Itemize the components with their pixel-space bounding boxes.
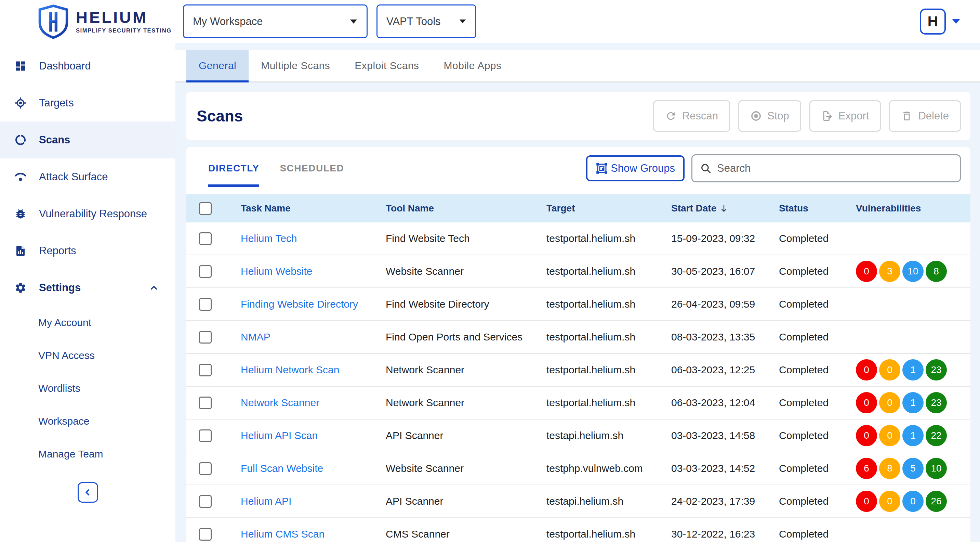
col-header-tool-name[interactable]: Tool Name — [386, 203, 546, 214]
vulnerability-badges: 03108 — [856, 261, 970, 282]
scan-icon — [14, 134, 27, 146]
sidebar-item-my-account[interactable]: My Account — [0, 306, 175, 339]
sidebar-item-attack-surface[interactable]: Attack Surface — [0, 158, 175, 195]
avatar[interactable]: H — [920, 8, 946, 35]
task-name-link[interactable]: Helium API Scan — [241, 430, 386, 442]
tool-name: Network Scanner — [386, 364, 546, 376]
row-checkbox[interactable] — [199, 331, 212, 344]
sidebar-item-workspace[interactable]: Workspace — [0, 405, 175, 438]
table-row[interactable]: Network Scanner Network Scanner testport… — [186, 387, 970, 419]
sidebar-item-reports[interactable]: Reports — [0, 232, 175, 269]
col-header-vulnerabilities[interactable]: Vulnerabilities — [856, 203, 970, 214]
tab-scheduled[interactable]: SCHEDULED — [280, 155, 344, 182]
workspace-select[interactable]: My Workspace — [183, 5, 368, 38]
vapt-tools-dropdown[interactable]: VAPT Tools — [377, 5, 476, 38]
task-name-link[interactable]: NMAP — [241, 331, 386, 343]
table-row[interactable]: Helium Website Website Scanner testporta… — [186, 255, 970, 288]
sidebar-item-vpn-access[interactable]: VPN Access — [0, 339, 175, 372]
vuln-badge-critical: 0 — [856, 425, 877, 446]
target-icon — [14, 97, 27, 109]
task-name-link[interactable]: Helium Tech — [241, 233, 386, 244]
avatar-caret-down-icon[interactable] — [951, 18, 961, 25]
sidebar-item-settings[interactable]: Settings — [0, 269, 175, 306]
row-checkbox[interactable] — [199, 462, 212, 475]
show-groups-button[interactable]: Show Groups — [586, 155, 684, 181]
table-row[interactable]: Helium API API Scanner testapi.helium.sh… — [186, 485, 970, 518]
top-tabs: General Multiple Scans Exploit Scans Mob… — [175, 50, 980, 83]
tab-mobile-apps[interactable]: Mobile Apps — [431, 50, 514, 81]
sidebar-item-manage-team[interactable]: Manage Team — [0, 438, 175, 470]
select-all-checkbox[interactable] — [199, 202, 212, 215]
vuln-badge-high: 0 — [879, 491, 900, 512]
row-checkbox[interactable] — [199, 232, 212, 245]
col-header-status[interactable]: Status — [779, 203, 856, 214]
row-checkbox[interactable] — [199, 364, 212, 376]
tab-multiple-scans[interactable]: Multiple Scans — [248, 50, 342, 81]
table-row[interactable]: Helium Network Scan Network Scanner test… — [186, 354, 970, 387]
status: Completed — [779, 331, 856, 343]
export-icon — [821, 110, 833, 122]
task-name-link[interactable]: Helium Network Scan — [241, 364, 386, 376]
sidebar-item-dashboard[interactable]: Dashboard — [0, 48, 175, 84]
vuln-badge-high: 0 — [879, 392, 900, 413]
gear-icon — [14, 282, 27, 294]
rescan-button[interactable]: Rescan — [653, 100, 730, 132]
sidebar-item-targets[interactable]: Targets — [0, 84, 175, 121]
tab-directly[interactable]: DIRECTLY — [208, 155, 259, 182]
tab-exploit-scans[interactable]: Exploit Scans — [342, 50, 431, 81]
stop-button[interactable]: Stop — [738, 100, 801, 132]
target: testphp.vulnweb.com — [546, 462, 671, 474]
start-date: 30-12-2022, 16:23 — [671, 528, 779, 540]
tool-name: Find Website Tech — [386, 233, 546, 244]
status: Completed — [779, 430, 856, 442]
row-checkbox[interactable] — [199, 397, 212, 409]
vuln-badge-critical: 0 — [856, 491, 877, 512]
task-name-link[interactable]: Helium CMS Scan — [241, 528, 386, 540]
tool-name: API Scanner — [386, 430, 546, 442]
tab-general[interactable]: General — [186, 50, 248, 81]
export-button[interactable]: Export — [809, 100, 881, 132]
table-row[interactable]: Finding Website Directory Find Website D… — [186, 288, 970, 321]
status: Completed — [779, 462, 856, 474]
row-checkbox[interactable] — [199, 495, 212, 508]
col-header-start-date[interactable]: Start Date — [671, 203, 779, 214]
col-header-task-name[interactable]: Task Name — [241, 203, 386, 214]
task-name-link[interactable]: Helium API — [241, 496, 386, 507]
page-title: Scans — [197, 107, 243, 125]
start-date: 06-03-2023, 12:04 — [671, 397, 779, 408]
search-icon — [700, 163, 711, 174]
status: Completed — [779, 233, 856, 244]
row-checkbox[interactable] — [199, 298, 212, 311]
row-checkbox[interactable] — [199, 429, 212, 442]
target: testportal.helium.sh — [546, 364, 671, 376]
task-name-link[interactable]: Full Scan Website — [241, 462, 386, 474]
sidebar-item-vulnerability-response[interactable]: Vulnerability Response — [0, 195, 175, 232]
sidebar-collapse-button[interactable] — [78, 482, 98, 503]
status: Completed — [779, 266, 856, 277]
start-date: 06-03-2023, 12:25 — [671, 364, 779, 376]
table-row[interactable]: Helium Tech Find Website Tech testportal… — [186, 222, 970, 255]
task-name-link[interactable]: Helium Website — [241, 266, 386, 277]
chevron-up-icon[interactable] — [149, 283, 159, 293]
target: testapi.helium.sh — [546, 496, 671, 507]
row-checkbox[interactable] — [199, 265, 212, 278]
vulnerability-badges: 68510 — [856, 458, 970, 479]
vuln-badge-low: 23 — [926, 359, 947, 381]
vuln-badge-low: 10 — [926, 458, 947, 479]
stop-icon — [750, 110, 762, 122]
sidebar-item-scans[interactable]: Scans — [0, 121, 175, 158]
table-row[interactable]: Full Scan Website Website Scanner testph… — [186, 452, 970, 485]
table-row[interactable]: Helium CMS Scan CMS Scanner testportal.h… — [186, 518, 970, 542]
table-row[interactable]: NMAP Find Open Ports and Services testpo… — [186, 321, 970, 354]
task-name-link[interactable]: Network Scanner — [241, 397, 386, 408]
col-header-target[interactable]: Target — [546, 203, 671, 214]
vuln-badge-critical: 0 — [856, 392, 877, 413]
table-row[interactable]: Helium API Scan API Scanner testapi.heli… — [186, 419, 970, 452]
tool-name: CMS Scanner — [386, 528, 546, 540]
filter-row: DIRECTLY SCHEDULED Show Groups — [186, 147, 970, 185]
delete-button[interactable]: Delete — [889, 100, 961, 132]
sidebar-item-wordlists[interactable]: Wordlists — [0, 372, 175, 405]
row-checkbox[interactable] — [199, 528, 212, 540]
search-input[interactable] — [717, 162, 952, 174]
task-name-link[interactable]: Finding Website Directory — [241, 298, 386, 310]
